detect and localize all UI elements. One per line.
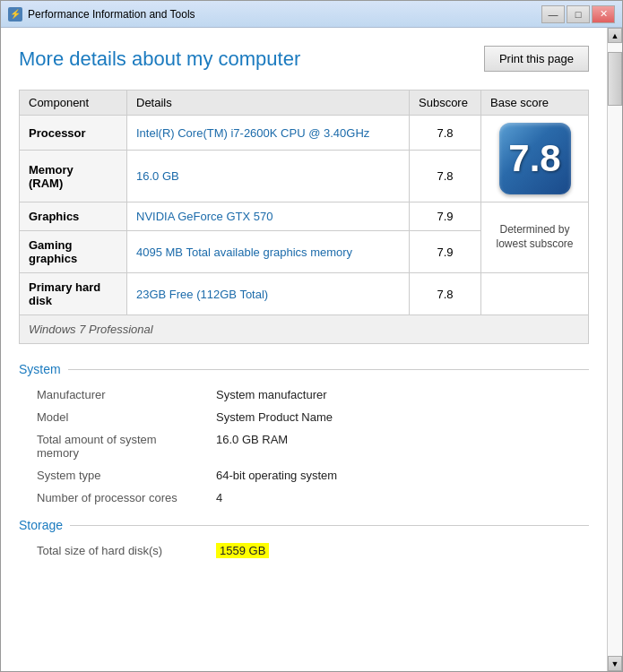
- table-row: Graphics NVIDIA GeForce GTX 570 7.9 Dete…: [20, 202, 589, 231]
- details-value: 23GB Free (112GB Total): [127, 273, 410, 315]
- col-subscore: Subscore: [410, 90, 481, 116]
- empty-cell: [481, 273, 589, 315]
- col-component: Component: [20, 90, 127, 116]
- base-score-cell: 7.8: [481, 116, 589, 202]
- window-title: Performance Information and Tools: [28, 8, 541, 21]
- score-badge: 7.8: [499, 123, 571, 194]
- main-window: ⚡ Performance Information and Tools — □ …: [0, 0, 623, 672]
- list-item: Manufacturer System manufacturer: [19, 383, 589, 406]
- close-button[interactable]: ✕: [592, 5, 615, 23]
- info-label: Total amount of system memory: [19, 428, 198, 464]
- minimize-button[interactable]: —: [541, 5, 565, 23]
- determined-text: Determined by lowest subscore: [490, 223, 579, 251]
- info-value: 64-bit operating system: [198, 464, 589, 487]
- window-controls: — □ ✕: [541, 5, 615, 23]
- list-item: Number of processor cores 4: [19, 487, 589, 509]
- info-value: 16.0 GB RAM: [198, 428, 589, 464]
- page-header: More details about my computer Print thi…: [19, 46, 589, 72]
- scrollbar-track[interactable]: [608, 43, 622, 656]
- table-row: Primary harddisk 23GB Free (112GB Total)…: [20, 273, 589, 315]
- titlebar: ⚡ Performance Information and Tools — □ …: [1, 1, 622, 28]
- info-label: Manufacturer: [19, 383, 198, 406]
- window-icon: ⚡: [8, 7, 22, 22]
- system-info-table: Manufacturer System manufacturer Model S…: [19, 383, 589, 509]
- details-value: 16.0 GB: [127, 151, 410, 202]
- info-value: 1559 GB: [198, 539, 589, 562]
- component-label: Processor: [20, 116, 127, 151]
- list-item: Total amount of system memory 16.0 GB RA…: [19, 428, 589, 464]
- subscore-value: 7.9: [410, 231, 481, 273]
- subscore-value: 7.9: [410, 202, 481, 231]
- subscore-value: 7.8: [410, 273, 481, 315]
- windows-version-row: Windows 7 Professional: [20, 315, 589, 344]
- system-section-header: System: [19, 362, 589, 376]
- info-label: System type: [19, 464, 198, 487]
- table-row: Processor Intel(R) Core(TM) i7-2600K CPU…: [20, 116, 589, 151]
- subscore-value: 7.8: [410, 116, 481, 151]
- list-item: Total size of hard disk(s) 1559 GB: [19, 539, 589, 562]
- scrollbar-thumb[interactable]: [608, 52, 622, 106]
- list-item: Model System Product Name: [19, 406, 589, 428]
- details-value: NVIDIA GeForce GTX 570: [127, 202, 410, 231]
- scrollbar[interactable]: ▲ ▼: [607, 28, 622, 671]
- performance-table: Component Details Subscore Base score Pr…: [19, 90, 589, 344]
- subscore-value: 7.8: [410, 151, 481, 202]
- info-label: Number of processor cores: [19, 487, 198, 509]
- details-value: 4095 MB Total available graphics memory: [127, 231, 410, 273]
- print-button[interactable]: Print this page: [484, 46, 589, 72]
- info-value: System Product Name: [198, 406, 589, 428]
- info-value: 4: [198, 487, 589, 509]
- details-value: Intel(R) Core(TM) i7-2600K CPU @ 3.40GHz: [127, 116, 410, 151]
- windows-version: Windows 7 Professional: [20, 315, 589, 344]
- storage-info-table: Total size of hard disk(s) 1559 GB: [19, 539, 589, 562]
- info-value: System manufacturer: [198, 383, 589, 406]
- info-label: Model: [19, 406, 198, 428]
- col-base-score: Base score: [481, 90, 589, 116]
- scroll-down-button[interactable]: ▼: [608, 656, 622, 671]
- table-header-row: Component Details Subscore Base score: [20, 90, 589, 116]
- content-area: More details about my computer Print thi…: [1, 28, 622, 671]
- component-label: Primary harddisk: [20, 273, 127, 315]
- scroll-up-button[interactable]: ▲: [608, 28, 622, 43]
- highlighted-value: 1559 GB: [216, 543, 269, 558]
- page-title: More details about my computer: [19, 47, 300, 71]
- storage-section-header: Storage: [19, 518, 589, 532]
- main-content: More details about my computer Print thi…: [1, 28, 607, 671]
- component-label: Graphics: [20, 202, 127, 231]
- col-details: Details: [127, 90, 410, 116]
- component-label: Gaminggraphics: [20, 231, 127, 273]
- determined-cell: Determined by lowest subscore: [481, 202, 589, 273]
- list-item: System type 64-bit operating system: [19, 464, 589, 487]
- component-label: Memory(RAM): [20, 151, 127, 202]
- maximize-button[interactable]: □: [567, 5, 590, 23]
- info-label: Total size of hard disk(s): [19, 539, 198, 562]
